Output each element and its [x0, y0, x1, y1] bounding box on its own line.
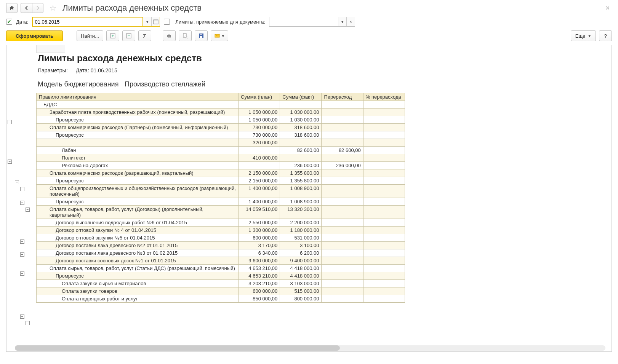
- table-row[interactable]: Договор оптовой закупки №5 от 01.04.2015…: [37, 234, 405, 242]
- help-button[interactable]: ?: [599, 30, 612, 41]
- print-button[interactable]: [163, 30, 176, 41]
- table-row[interactable]: Оплата подрядных работ и услуг850 000,00…: [37, 295, 405, 303]
- table-row[interactable]: Договор поставки лака древесного №3 от 0…: [37, 249, 405, 257]
- cell-fact: 3 100,00: [280, 242, 322, 249]
- svg-line-9: [187, 38, 187, 38]
- tree-collapse-toggle[interactable]: −: [20, 239, 24, 244]
- sum-icon-button[interactable]: Σ: [138, 30, 151, 41]
- cell-pct: [363, 162, 405, 169]
- cell-plan: 9 600 000,00: [239, 257, 280, 265]
- table-row[interactable]: Оплата общепроизводственных и общехозяйс…: [37, 185, 405, 198]
- cell-rule: Оплата сырья, товаров, работ, услуг (Дог…: [37, 206, 239, 219]
- cell-plan: 850 000,00: [239, 295, 280, 303]
- cell-over: [322, 265, 363, 272]
- report-title: Лимиты расхода денежных средств: [36, 45, 612, 66]
- cell-plan: 730 000,00: [239, 131, 280, 139]
- chevron-down-icon: ▼: [221, 34, 225, 38]
- table-row[interactable]: Оплата коммерческих расходов (Партнеры) …: [37, 124, 405, 131]
- expand-icon-button[interactable]: [106, 30, 119, 41]
- cell-rule: Промресурс: [37, 198, 239, 206]
- nav-back-forward: [21, 3, 43, 13]
- col-over[interactable]: Перерасход: [322, 93, 363, 101]
- table-row[interactable]: Промресурс1 050 000,001 030 000,00: [37, 116, 405, 124]
- printer-icon: [166, 33, 172, 39]
- tree-collapse-toggle[interactable]: −: [8, 160, 12, 164]
- date-spinner-button[interactable]: ▾: [143, 17, 151, 26]
- cell-pct: [363, 234, 405, 242]
- date-calendar-button[interactable]: [151, 17, 160, 26]
- table-row[interactable]: Политекст410 000,00: [37, 154, 405, 162]
- table-row[interactable]: Оплата сырья, товаров, работ, услуг (Дог…: [37, 206, 405, 219]
- cell-fact: 515 000,00: [280, 287, 322, 295]
- preview-button[interactable]: [179, 30, 192, 41]
- scrollbar-thumb[interactable]: [15, 345, 340, 351]
- col-fact[interactable]: Сумма (факт): [280, 93, 322, 101]
- table-row[interactable]: Договор поставки сосновых досок №1 от 01…: [37, 257, 405, 265]
- cell-plan: 4 653 210,00: [239, 272, 280, 280]
- col-rule[interactable]: Правило лимитирования: [37, 93, 239, 101]
- generate-button[interactable]: Сформировать: [6, 30, 63, 41]
- svg-rect-11: [200, 36, 202, 38]
- table-row[interactable]: Лабан82 600,0082 600,00: [37, 147, 405, 154]
- date-enable-checkbox[interactable]: [6, 19, 12, 25]
- tree-collapse-toggle[interactable]: −: [20, 315, 24, 319]
- save-button[interactable]: [195, 30, 208, 41]
- cell-plan: 600 000,00: [239, 287, 280, 295]
- tree-collapse-toggle[interactable]: −: [26, 208, 30, 212]
- col-pct[interactable]: % перерасхода: [363, 93, 405, 101]
- doc-clear-button[interactable]: ×: [346, 17, 355, 26]
- email-button[interactable]: ▼: [211, 30, 228, 41]
- table-row[interactable]: БДДС: [37, 101, 405, 109]
- tree-collapse-toggle[interactable]: −: [20, 187, 24, 191]
- table-row[interactable]: Промресурс4 653 210,004 418 000,00: [37, 272, 405, 280]
- more-button[interactable]: Еще▼: [571, 30, 596, 41]
- sheet-tab-stub[interactable]: [36, 45, 65, 53]
- cell-over: [322, 280, 363, 287]
- table-row[interactable]: Договор поставки лака древесного №2 от 0…: [37, 242, 405, 249]
- tree-collapse-toggle[interactable]: −: [8, 120, 12, 124]
- table-row[interactable]: Реклама на дорогах236 000,00236 000,00: [37, 162, 405, 169]
- table-row[interactable]: Оплата закупки товаров600 000,00515 000,…: [37, 287, 405, 295]
- doc-input[interactable]: [269, 17, 338, 26]
- table-row[interactable]: Оплата коммерческих расходов (разрешающи…: [37, 169, 405, 177]
- date-input[interactable]: [32, 17, 143, 26]
- back-button[interactable]: [21, 3, 32, 13]
- col-plan[interactable]: Сумма (план): [239, 93, 280, 101]
- cell-over: [322, 287, 363, 295]
- home-button[interactable]: [6, 3, 18, 13]
- tree-collapse-toggle[interactable]: −: [20, 271, 24, 276]
- table-row[interactable]: 320 000,00: [37, 139, 405, 147]
- table-row[interactable]: Промресурс2 150 000,001 355 800,00: [37, 177, 405, 185]
- tree-collapse-toggle[interactable]: −: [20, 252, 24, 257]
- cell-pct: [363, 169, 405, 177]
- floppy-icon: [198, 33, 204, 39]
- tree-collapse-toggle[interactable]: −: [20, 201, 24, 205]
- find-button[interactable]: Найти...: [77, 30, 103, 41]
- doc-dropdown-button[interactable]: ▾: [338, 17, 346, 26]
- close-button[interactable]: ×: [603, 4, 612, 12]
- table-row[interactable]: Заработная плата производственных рабочи…: [37, 109, 405, 116]
- collapse-icon-button[interactable]: [122, 30, 135, 41]
- table-row[interactable]: Оплата сырья, товаров, работ, услуг (Ста…: [37, 265, 405, 272]
- tree-collapse-toggle[interactable]: −: [15, 180, 19, 184]
- tree-collapse-toggle[interactable]: −: [26, 321, 30, 325]
- cell-rule: Лабан: [37, 147, 239, 154]
- horizontal-scrollbar[interactable]: [15, 345, 605, 351]
- doc-enable-checkbox[interactable]: [164, 19, 170, 25]
- cell-fact: 236 000,00: [280, 162, 322, 169]
- table-row[interactable]: Оплата закупки сырья и материалов3 203 2…: [37, 280, 405, 287]
- cell-fact: 1 008 900,00: [280, 185, 322, 198]
- cell-over: [322, 177, 363, 185]
- table-row[interactable]: Договор выполнения подрядных работ №6 от…: [37, 219, 405, 227]
- cell-plan: 6 340,00: [239, 249, 280, 257]
- table-row[interactable]: Промресурс1 400 000,001 008 900,00: [37, 198, 405, 206]
- table-row[interactable]: Промресурс730 000,00318 600,00: [37, 131, 405, 139]
- forward-button[interactable]: [32, 3, 43, 13]
- cell-fact: [280, 101, 322, 109]
- favorite-star-icon[interactable]: ☆: [50, 3, 56, 13]
- table-row[interactable]: Договор оптовой закупки № 4 от 01.04.201…: [37, 227, 405, 234]
- top-navbar: ☆ Лимиты расхода денежных средств ×: [0, 0, 618, 15]
- cell-plan: 410 000,00: [239, 154, 280, 162]
- cell-plan: 3 203 210,00: [239, 280, 280, 287]
- cell-over: [322, 272, 363, 280]
